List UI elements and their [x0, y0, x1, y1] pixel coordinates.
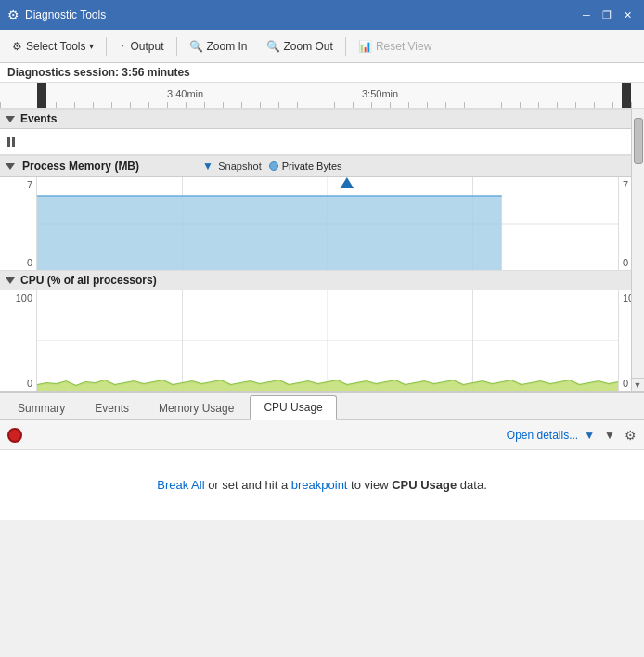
- memory-chart-wrapper: 7 0 7 0: [0, 177, 644, 270]
- title-bar-controls: ─ ❐ ✕: [577, 6, 637, 24]
- session-bar: Diagnostics session: 3:56 minutes: [0, 63, 644, 83]
- memory-chart-svg: [37, 177, 618, 270]
- toolbar: ⚙ Select Tools ▾ ⬝ Output 🔍 Zoom In 🔍 Zo…: [0, 30, 644, 63]
- output-icon: ⬝: [119, 39, 126, 53]
- cpu-section-header: CPU (% of all processors): [0, 270, 644, 290]
- details-toolbar: Open details... ▼ ▼ ⚙: [0, 420, 644, 450]
- scrollbar-track[interactable]: ▼: [631, 109, 644, 391]
- tab-events[interactable]: Events: [81, 396, 143, 419]
- output-button[interactable]: ⬝ Output: [110, 34, 172, 58]
- or-text: or set and hit a: [205, 478, 291, 492]
- filter-icon-2[interactable]: ▼: [604, 429, 615, 442]
- title-bar: ⚙ Diagnostic Tools ─ ❐ ✕: [0, 0, 644, 30]
- reset-view-label: Reset View: [376, 40, 431, 53]
- ruler-ticks: [0, 102, 644, 108]
- close-button[interactable]: ✕: [618, 6, 637, 24]
- memory-y-max-left: 7: [4, 179, 32, 190]
- memory-y-min-left: 0: [4, 257, 32, 268]
- snapshot-label: Snapshot: [218, 161, 261, 172]
- events-collapse-icon[interactable]: [6, 116, 15, 122]
- settings-gear-icon[interactable]: ⚙: [625, 428, 637, 443]
- timeline-handle-left[interactable]: [37, 83, 46, 108]
- tab-summary[interactable]: Summary: [4, 396, 79, 419]
- events-panel: [0, 129, 644, 155]
- pause-icon: [7, 137, 15, 147]
- snapshot-triangle-icon: ▼: [202, 160, 213, 173]
- open-details-link[interactable]: Open details...: [507, 429, 578, 442]
- zoom-out-label: Zoom Out: [284, 40, 333, 53]
- snapshot-legend: ▼ Snapshot: [202, 160, 262, 173]
- cpu-usage-content: Break All or set and hit a breakpoint to…: [0, 450, 644, 520]
- zoom-out-button[interactable]: 🔍 Zoom Out: [258, 34, 341, 58]
- scrollbar-down-arrow[interactable]: ▼: [631, 378, 644, 391]
- timeline-handle-right[interactable]: [622, 83, 631, 108]
- private-bytes-label: Private Bytes: [282, 161, 342, 172]
- toolbar-separator-1: [106, 37, 107, 56]
- session-text: Diagnostics session: 3:56 minutes: [7, 66, 190, 79]
- svg-marker-4: [37, 196, 502, 270]
- zoom-out-icon: 🔍: [266, 40, 280, 53]
- breakpoint-link[interactable]: breakpoint: [291, 478, 348, 492]
- minimize-button[interactable]: ─: [577, 6, 596, 24]
- memory-chart-svg-container[interactable]: [37, 177, 618, 270]
- to-view-text: to view: [347, 478, 392, 492]
- select-tools-label: Select Tools: [26, 40, 85, 53]
- tab-cpu-usage[interactable]: CPU Usage: [250, 395, 336, 420]
- cpu-chart-svg-container[interactable]: [37, 290, 618, 391]
- dropdown-arrow-icon: ▾: [89, 41, 94, 51]
- main-chart-area: Events Process Memory (MB) ▼ Snapshot Pr…: [0, 109, 644, 391]
- output-label: Output: [130, 40, 163, 53]
- cpu-chart-svg: [37, 290, 618, 391]
- zoom-in-label: Zoom In: [207, 40, 248, 53]
- timeline-ruler[interactable]: 3:40min 3:50min: [0, 83, 644, 109]
- memory-y-axis-left: 7 0: [0, 177, 37, 270]
- ruler-label-1: 3:40min: [167, 88, 203, 99]
- scrollbar-thumb[interactable]: [634, 118, 643, 164]
- svg-marker-5: [341, 177, 354, 188]
- memory-section-label: Process Memory (MB): [22, 160, 139, 173]
- tab-memory-usage[interactable]: Memory Usage: [145, 396, 248, 419]
- select-tools-button[interactable]: ⚙ Select Tools ▾: [4, 34, 102, 58]
- gear-icon: ⚙: [12, 40, 22, 53]
- cpu-text: CPU Usage: [392, 478, 457, 492]
- reset-view-icon: 📊: [358, 40, 372, 53]
- toolbar-separator-3: [345, 37, 346, 56]
- events-section-label: Events: [20, 112, 57, 125]
- reset-view-button[interactable]: 📊 Reset View: [350, 34, 440, 58]
- cpu-y-min-left: 0: [4, 378, 32, 389]
- cpu-chart-wrapper: 100 0 100 0: [0, 290, 644, 391]
- zoom-in-icon: 🔍: [189, 40, 203, 53]
- data-text: data.: [457, 478, 487, 492]
- events-section-header: Events: [0, 109, 644, 129]
- break-all-text: Break All or set and hit a breakpoint to…: [157, 478, 487, 492]
- title-bar-icon: ⚙: [7, 7, 19, 22]
- memory-collapse-icon[interactable]: [6, 163, 15, 170]
- restore-button[interactable]: ❐: [598, 6, 616, 24]
- cpu-y-max-left: 100: [4, 292, 32, 303]
- toolbar-separator-2: [176, 37, 177, 56]
- record-button[interactable]: [7, 428, 22, 443]
- break-all-link[interactable]: Break All: [157, 478, 204, 492]
- zoom-in-button[interactable]: 🔍 Zoom In: [181, 34, 256, 58]
- title-bar-title: Diagnostic Tools: [25, 8, 572, 21]
- cpu-section-label: CPU (% of all processors): [20, 274, 157, 287]
- private-bytes-circle-icon: [269, 161, 278, 171]
- cpu-y-axis-left: 100 0: [0, 290, 37, 391]
- private-bytes-legend: Private Bytes: [269, 161, 342, 172]
- cpu-collapse-icon[interactable]: [6, 277, 15, 284]
- ruler-label-2: 3:50min: [362, 88, 398, 99]
- tabs-bar: Summary Events Memory Usage CPU Usage: [0, 391, 644, 420]
- filter-icon-1[interactable]: ▼: [584, 429, 595, 442]
- memory-section-header: Process Memory (MB) ▼ Snapshot Private B…: [0, 155, 644, 177]
